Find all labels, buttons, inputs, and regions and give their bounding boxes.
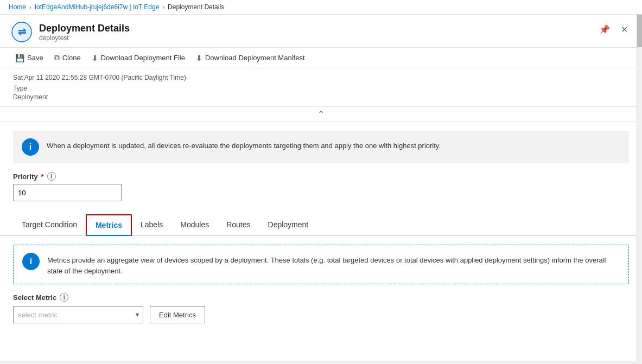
metric-controls: select metric ▾ Edit Metrics — [13, 306, 629, 323]
metric-select-wrapper: select metric ▾ — [13, 306, 143, 323]
type-label: Type — [13, 85, 629, 92]
download-manifest-button[interactable]: ⬇ Download Deployment Manifest — [192, 52, 309, 65]
metrics-info-banner: i Metrics provide an aggregate view of d… — [13, 245, 629, 284]
select-metric-info-icon[interactable]: i — [60, 293, 68, 302]
collapse-icon: ⌃ — [317, 109, 325, 119]
edit-metrics-button[interactable]: Edit Metrics — [150, 306, 205, 323]
content-area: Sat Apr 11 2020 21:55:28 GMT-0700 (Pacif… — [0, 68, 642, 361]
save-label: Save — [27, 54, 43, 62]
breadcrumb: Home › IotEdgeAndMlHub-jrujej6de6i7w | I… — [0, 0, 642, 15]
tab-metrics[interactable]: Metrics — [86, 214, 132, 236]
tab-deployment[interactable]: Deployment — [259, 215, 317, 235]
priority-section: Priority * i — [0, 172, 642, 210]
save-icon: 💾 — [15, 54, 24, 62]
download-file-label: Download Deployment File — [101, 54, 185, 62]
clone-label: Clone — [62, 54, 81, 62]
priority-input[interactable] — [13, 184, 122, 201]
download-file-icon: ⬇ — [92, 54, 98, 62]
info-icon: i — [22, 138, 39, 156]
info-banner-text: When a deployment is updated, all device… — [47, 138, 441, 151]
tab-modules[interactable]: Modules — [171, 215, 218, 235]
breadcrumb-current: Deployment Details — [168, 3, 224, 11]
type-value: Deployment — [13, 93, 629, 101]
metrics-info-icon: i — [22, 253, 40, 270]
breadcrumb-sep-2: › — [162, 4, 164, 10]
deployment-details-panel: ⇌ Deployment Details deploytest 📌 ✕ 💾 Sa… — [0, 15, 642, 361]
breadcrumb-home[interactable]: Home — [9, 3, 26, 11]
panel-subtitle: deploytest — [39, 34, 130, 42]
panel-title: Deployment Details — [39, 23, 130, 34]
collapse-row[interactable]: ⌃ — [0, 107, 642, 122]
download-file-button[interactable]: ⬇ Download Deployment File — [87, 52, 189, 65]
priority-info-icon[interactable]: i — [47, 172, 56, 181]
breadcrumb-iot-edge[interactable]: IotEdgeAndMlHub-jrujej6de6i7w | IoT Edge — [35, 3, 160, 11]
toolbar: 💾 Save ⧉ Clone ⬇ Download Deployment Fil… — [0, 48, 642, 68]
download-manifest-icon: ⬇ — [196, 54, 202, 62]
close-button[interactable]: ✕ — [618, 23, 631, 36]
clone-button[interactable]: ⧉ Clone — [50, 51, 85, 65]
tab-labels[interactable]: Labels — [132, 215, 171, 235]
deployment-icon: ⇌ — [11, 21, 33, 43]
priority-label: Priority * i — [13, 172, 629, 181]
info-banner: i When a deployment is updated, all devi… — [13, 131, 629, 163]
scrollbar-thumb[interactable] — [637, 15, 642, 47]
panel-header-actions: 📌 ✕ — [596, 21, 631, 36]
scrollbar[interactable] — [637, 15, 642, 361]
top-info: Sat Apr 11 2020 21:55:28 GMT-0700 (Pacif… — [0, 68, 642, 107]
select-metric-section: Select Metric i select metric ▾ Edit Met… — [0, 293, 642, 332]
required-star: * — [41, 173, 44, 181]
panel-header: ⇌ Deployment Details deploytest 📌 ✕ — [0, 15, 642, 48]
clone-icon: ⧉ — [54, 53, 60, 62]
panel-title-area: ⇌ Deployment Details deploytest — [11, 21, 130, 43]
save-button[interactable]: 💾 Save — [11, 52, 48, 65]
pin-button[interactable]: 📌 — [596, 23, 613, 36]
metrics-info-text: Metrics provide an aggregate view of dev… — [47, 253, 620, 276]
tab-routes[interactable]: Routes — [218, 215, 259, 235]
svg-text:⇌: ⇌ — [18, 27, 26, 37]
date-line: Sat Apr 11 2020 21:55:28 GMT-0700 (Pacif… — [13, 74, 629, 81]
panel-title-text: Deployment Details deploytest — [39, 23, 130, 42]
tabs-bar: Target Condition Metrics Labels Modules … — [0, 214, 642, 236]
select-metric-label: Select Metric i — [13, 293, 629, 302]
metric-select[interactable]: select metric — [13, 306, 143, 323]
tab-target-condition[interactable]: Target Condition — [13, 215, 86, 235]
download-manifest-label: Download Deployment Manifest — [205, 54, 305, 62]
breadcrumb-sep-1: › — [29, 4, 31, 10]
